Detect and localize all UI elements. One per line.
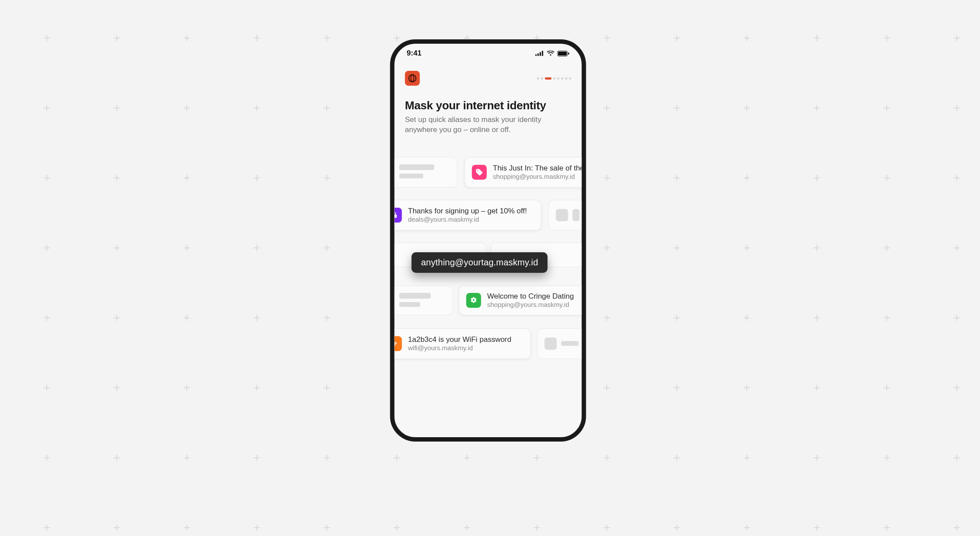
- battery-icon: [557, 51, 570, 56]
- wifi-card-icon: [395, 336, 402, 351]
- page-subtitle: Set up quick aliases to mask your identi…: [405, 115, 545, 135]
- page-title: Mask your internet identity: [405, 99, 571, 112]
- page-dot[interactable]: [561, 77, 564, 80]
- skeleton-bar: [399, 164, 434, 170]
- page-dot[interactable]: [557, 77, 560, 80]
- card-subtitle: wifi@yours.maskmy.id: [408, 344, 511, 352]
- skeleton-square: [545, 338, 557, 350]
- cellular-icon: [536, 51, 544, 56]
- flower-icon: [466, 293, 481, 308]
- skeleton-bar: [399, 302, 420, 307]
- skeleton-card: [537, 328, 582, 359]
- card-subtitle: deals@yours.maskmy.id: [408, 216, 527, 223]
- status-icons: [536, 51, 570, 56]
- svg-rect-0: [536, 54, 537, 56]
- page-dot[interactable]: [537, 77, 539, 80]
- app-logo-icon: [405, 71, 420, 86]
- tag-icon: [472, 165, 487, 180]
- page-dot[interactable]: [553, 77, 556, 80]
- page-dot[interactable]: [569, 77, 571, 80]
- phone-screen: 9:41: [395, 44, 582, 437]
- card-title: This Just In: The sale of the: [493, 164, 582, 173]
- skeleton-bar: [399, 174, 424, 178]
- notification-card-sale[interactable]: This Just In: The sale of the shopping@y…: [465, 157, 582, 188]
- card-subtitle: shopping@yours.maskmy.id: [493, 173, 582, 180]
- skeleton-bar: [561, 341, 579, 346]
- svg-rect-5: [558, 52, 567, 56]
- svg-rect-1: [538, 53, 539, 56]
- svg-point-7: [409, 75, 416, 82]
- skeleton-square: [573, 209, 580, 221]
- status-time: 9:41: [407, 49, 422, 58]
- card-subtitle: shopping@yours.maskmy.id: [487, 301, 574, 308]
- lock-icon: [395, 208, 402, 223]
- app-header: [395, 63, 582, 86]
- skeleton-bar: [399, 293, 431, 299]
- skeleton-card: [549, 200, 582, 230]
- card-title: Welcome to Cringe Dating: [487, 292, 574, 301]
- mask-email-pill[interactable]: anything@yourtag.maskmy.id: [412, 252, 548, 273]
- page-indicator: [537, 77, 571, 80]
- notification-card-dating[interactable]: Welcome to Cringe Dating shopping@yours.…: [459, 285, 582, 315]
- svg-rect-3: [542, 51, 543, 56]
- card-title: 1a2b3c4 is your WiFi password: [408, 335, 511, 344]
- page-dot[interactable]: [545, 77, 552, 80]
- svg-rect-2: [540, 52, 541, 56]
- card-title: Thanks for signing up – get 10% off!: [408, 207, 527, 216]
- notification-card-wifi[interactable]: 1a2b3c4 is your WiFi password wifi@yours…: [395, 328, 531, 359]
- wifi-icon: [547, 51, 555, 56]
- skeleton-card: [395, 157, 458, 188]
- svg-point-8: [473, 299, 475, 301]
- phone-frame: 9:41: [390, 39, 586, 442]
- page-dot[interactable]: [541, 77, 543, 80]
- page-dot[interactable]: [565, 77, 567, 80]
- heading-block: Mask your internet identity Set up quick…: [395, 86, 582, 135]
- cards-area: This Just In: The sale of the shopping@y…: [395, 157, 582, 419]
- notification-card-signup[interactable]: Thanks for signing up – get 10% off! dea…: [395, 200, 542, 230]
- status-bar: 9:41: [395, 44, 582, 63]
- svg-rect-6: [568, 52, 570, 55]
- skeleton-card: [395, 285, 453, 315]
- skeleton-square: [556, 209, 568, 221]
